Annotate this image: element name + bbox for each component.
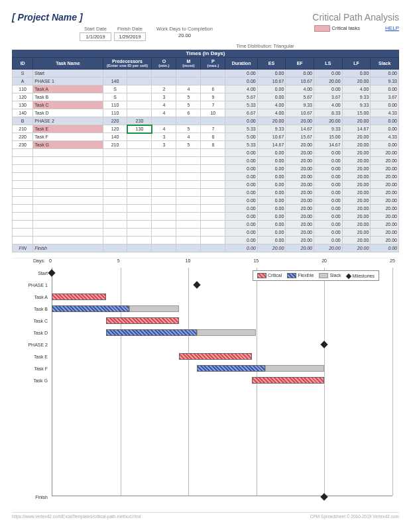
cell[interactable]: 20.00	[342, 165, 371, 173]
cell[interactable]	[201, 70, 225, 78]
cell[interactable]: 4	[152, 101, 176, 109]
cell[interactable]: B	[13, 117, 33, 125]
cell[interactable]: 20.00	[371, 205, 399, 213]
cell[interactable]: 5.33	[225, 141, 257, 149]
cell[interactable]: Start	[33, 70, 103, 78]
cell[interactable]	[103, 197, 127, 205]
help-link[interactable]: HELP	[385, 25, 399, 31]
cell[interactable]: 130	[127, 125, 152, 133]
cell[interactable]: 9.33	[342, 93, 371, 101]
cell[interactable]: 230	[13, 141, 33, 149]
cell[interactable]	[201, 197, 225, 205]
cell[interactable]: 15.00	[314, 133, 343, 141]
cell[interactable]: 4.00	[286, 85, 314, 93]
cell[interactable]	[33, 237, 103, 244]
cell[interactable]: 0.00	[257, 189, 286, 197]
cell[interactable]	[201, 213, 225, 221]
cell[interactable]: 9	[201, 93, 225, 101]
cell[interactable]: 0.00	[371, 70, 399, 78]
cell[interactable]: 0.00	[371, 85, 399, 93]
cell[interactable]: 0.00	[225, 173, 257, 181]
cell[interactable]	[201, 117, 225, 125]
cell[interactable]: 130	[13, 101, 33, 109]
cell[interactable]	[13, 221, 33, 229]
cell[interactable]	[127, 189, 152, 197]
cell[interactable]: 14.67	[286, 125, 314, 133]
cell[interactable]	[127, 85, 152, 93]
cell[interactable]	[176, 229, 201, 237]
cell[interactable]: 3	[152, 93, 176, 101]
cell[interactable]: 20.00	[371, 181, 399, 189]
cell[interactable]	[152, 189, 176, 197]
cell[interactable]	[13, 197, 33, 205]
cell[interactable]: 20.00	[286, 165, 314, 173]
cell[interactable]: 120	[13, 93, 33, 101]
cell[interactable]: 15.67	[286, 133, 314, 141]
cell[interactable]: 0.00	[225, 189, 257, 197]
cell[interactable]: 20.00	[342, 157, 371, 165]
cell[interactable]: PHASE 2	[33, 117, 103, 125]
cell[interactable]: A	[13, 78, 33, 85]
cell[interactable]: 140	[103, 78, 127, 85]
cell[interactable]: 20.00	[286, 141, 314, 149]
cell[interactable]: Task C	[33, 101, 103, 109]
cell[interactable]: 0.00	[314, 173, 343, 181]
cell[interactable]: 5	[176, 93, 201, 101]
cell[interactable]	[127, 101, 152, 109]
cell[interactable]: 0.00	[257, 197, 286, 205]
cell[interactable]: 3.67	[371, 93, 399, 101]
cell[interactable]	[33, 165, 103, 173]
cell[interactable]	[127, 149, 152, 157]
cell[interactable]	[152, 213, 176, 221]
cell[interactable]	[152, 149, 176, 157]
cell[interactable]: 0.00	[314, 70, 343, 78]
cell[interactable]	[176, 157, 201, 165]
cell[interactable]	[152, 205, 176, 213]
cell[interactable]: 20.00	[371, 189, 399, 197]
cell[interactable]	[33, 157, 103, 165]
cell[interactable]	[103, 229, 127, 237]
cell[interactable]: 0.00	[314, 229, 343, 237]
cell[interactable]: 0.00	[225, 221, 257, 229]
cell[interactable]	[127, 197, 152, 205]
cell[interactable]	[103, 221, 127, 229]
cell[interactable]: 0.00	[342, 70, 371, 78]
cell[interactable]	[33, 205, 103, 213]
cell[interactable]: 0.00	[314, 237, 343, 244]
cell[interactable]: 20.00	[342, 221, 371, 229]
cell[interactable]: 20.00	[342, 213, 371, 221]
cell[interactable]	[152, 229, 176, 237]
cell[interactable]: 0.00	[225, 70, 257, 78]
cell[interactable]	[201, 181, 225, 189]
cell[interactable]	[176, 197, 201, 205]
cell[interactable]: S	[103, 85, 127, 93]
cell[interactable]	[127, 93, 152, 101]
cell[interactable]	[127, 237, 152, 244]
cell[interactable]	[103, 173, 127, 181]
cell[interactable]: 0.00	[371, 141, 399, 149]
cell[interactable]	[127, 213, 152, 221]
cell[interactable]: 210	[13, 125, 33, 133]
cell[interactable]	[127, 141, 152, 149]
cell[interactable]	[103, 205, 127, 213]
cell[interactable]: Task A	[33, 85, 103, 93]
cell[interactable]	[152, 157, 176, 165]
cell[interactable]: 20.00	[257, 117, 286, 125]
cell[interactable]: 0.00	[225, 157, 257, 165]
cell[interactable]	[127, 221, 152, 229]
cell[interactable]	[152, 78, 176, 85]
cell[interactable]: 10.67	[257, 133, 286, 141]
cell[interactable]: 3.67	[314, 93, 343, 101]
cell[interactable]: 0.00	[257, 70, 286, 78]
cell[interactable]: 0.00	[314, 157, 343, 165]
cell[interactable]: 0.00	[371, 101, 399, 109]
cell[interactable]: 5.67	[286, 93, 314, 101]
cell[interactable]	[103, 149, 127, 157]
cell[interactable]	[13, 181, 33, 189]
cell[interactable]	[201, 221, 225, 229]
cell[interactable]: 9.33	[371, 78, 399, 85]
cell[interactable]: 9.33	[314, 125, 343, 133]
cell[interactable]: 20.00	[314, 78, 343, 85]
cell[interactable]: 20.00	[286, 237, 314, 244]
cell[interactable]	[103, 181, 127, 189]
